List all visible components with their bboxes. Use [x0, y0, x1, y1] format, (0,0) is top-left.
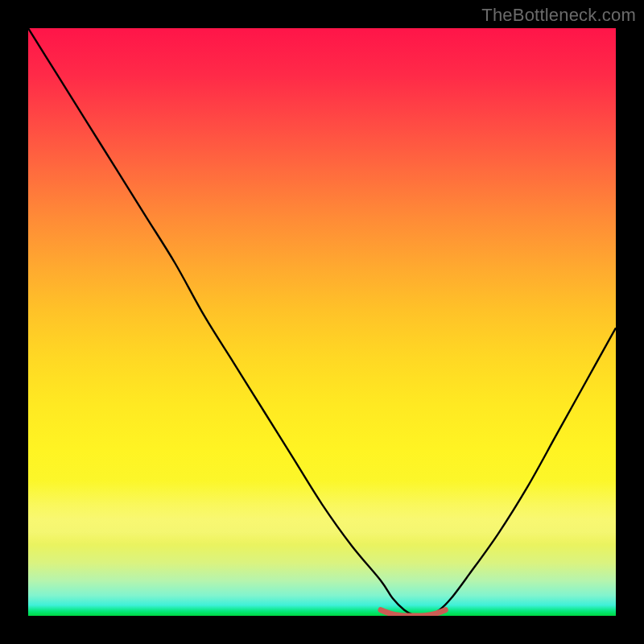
curve-layer: [28, 28, 616, 616]
optimal-zone-path: [381, 610, 445, 616]
bottleneck-curve-path: [28, 28, 616, 616]
watermark-text: TheBottleneck.com: [481, 5, 636, 26]
plot-area: [28, 28, 616, 616]
chart-frame: TheBottleneck.com: [0, 0, 644, 644]
